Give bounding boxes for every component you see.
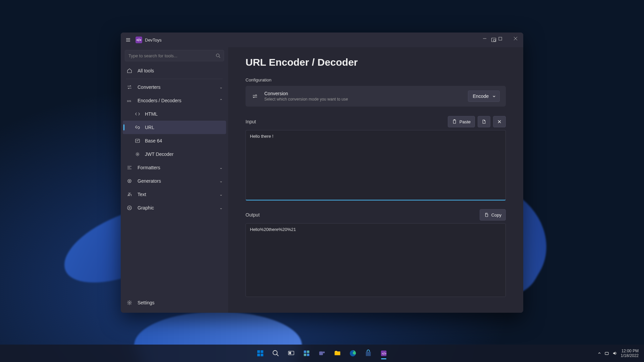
tray-volume-icon[interactable] <box>612 351 618 356</box>
chevron-down-icon: ⌄ <box>219 85 223 89</box>
taskbar-store-button[interactable] <box>362 347 375 360</box>
svg-point-26 <box>323 352 325 354</box>
paste-label: Paste <box>460 119 471 124</box>
sidebar-item-label: URL <box>145 125 223 130</box>
svg-rect-17 <box>261 354 263 356</box>
app-logo-icon: </> <box>136 37 142 43</box>
taskbar-widgets-button[interactable] <box>300 347 313 360</box>
output-label: Output <box>246 212 260 218</box>
align-icon <box>126 165 133 170</box>
taskbar-devtoys-button[interactable]: </> <box>377 347 390 360</box>
titlebar: </> DevToys <box>121 33 523 47</box>
taskbar-edge-button[interactable] <box>346 347 360 360</box>
main-content: URL Encoder / Decoder Configuration Conv… <box>228 47 523 313</box>
convert-icon <box>126 84 133 90</box>
taskbar-explorer-button[interactable] <box>331 347 344 360</box>
taskbar-start-button[interactable] <box>254 347 267 360</box>
svg-text:101: 101 <box>127 100 131 103</box>
swap-icon <box>252 93 258 100</box>
chevron-down-icon: ⌄ <box>219 179 223 183</box>
svg-point-9 <box>129 207 130 208</box>
svg-point-10 <box>129 302 130 303</box>
app-title: DevToys <box>145 38 162 43</box>
search-box[interactable] <box>125 50 224 61</box>
sidebar-item-label: Settings <box>138 300 223 305</box>
sidebar-item-label: All tools <box>138 68 223 73</box>
svg-rect-20 <box>289 352 291 354</box>
dropdown-value: Encode <box>473 94 489 99</box>
hamburger-button[interactable] <box>123 35 133 45</box>
tray-date: 1/18/2022 <box>621 353 639 358</box>
sidebar-item-text[interactable]: Text ⌄ <box>123 188 226 201</box>
tray-network-icon[interactable] <box>604 351 609 356</box>
svg-rect-24 <box>307 354 309 356</box>
output-textarea[interactable] <box>246 223 506 297</box>
sidebar-item-label: Formatters <box>138 165 219 170</box>
chevron-up-icon: ⌃ <box>219 98 223 103</box>
settings-icon <box>126 300 133 305</box>
svg-point-8 <box>127 206 131 210</box>
sidebar-item-converters[interactable]: Converters ⌄ <box>123 80 226 94</box>
binary-icon: 101 <box>126 98 133 103</box>
sidebar-item-label: Graphic <box>138 205 219 210</box>
open-file-button[interactable] <box>478 116 490 127</box>
svg-rect-25 <box>319 352 323 355</box>
sidebar-item-jwt[interactable]: JWT Decoder <box>123 147 226 161</box>
image-icon <box>126 205 133 210</box>
sparkle-icon <box>126 178 133 184</box>
code-icon <box>134 111 141 117</box>
sidebar-item-settings[interactable]: Settings <box>123 296 226 309</box>
svg-point-6 <box>137 154 138 155</box>
copy-icon <box>484 213 489 217</box>
sidebar-item-encoders[interactable]: 101 Encoders / Decoders ⌃ <box>123 94 226 107</box>
sidebar-item-label: Converters <box>138 84 219 90</box>
svg-rect-11 <box>453 120 455 124</box>
svg-rect-13 <box>485 214 488 217</box>
sidebar-item-url[interactable]: URL <box>123 121 226 134</box>
sidebar-item-label: JWT Decoder <box>145 152 223 157</box>
sidebar-item-html[interactable]: HTML <box>123 107 226 121</box>
minimize-button[interactable] <box>477 33 492 45</box>
tray-time: 12:00 PM <box>621 349 639 353</box>
search-icon <box>216 53 220 58</box>
svg-rect-29 <box>366 352 371 356</box>
tray-chevron-icon[interactable] <box>597 351 601 355</box>
tray-clock[interactable]: 12:00 PM 1/18/2022 <box>621 349 641 358</box>
conversion-mode-dropdown[interactable]: Encode <box>468 90 500 102</box>
sidebar-item-base64[interactable]: Base 64 <box>123 134 226 147</box>
base64-icon <box>134 138 141 143</box>
svg-point-3 <box>216 54 219 57</box>
svg-rect-2 <box>499 37 502 40</box>
copy-label: Copy <box>491 213 501 218</box>
sidebar-item-generators[interactable]: Generators ⌄ <box>123 174 226 188</box>
taskbar-search-button[interactable] <box>269 347 282 360</box>
sidebar-item-graphic[interactable]: Graphic ⌄ <box>123 201 226 215</box>
paste-button[interactable]: Paste <box>448 116 475 127</box>
sidebar-item-all-tools[interactable]: All tools <box>123 64 226 77</box>
taskbar: </> 12:00 PM 1/18/2022 <box>0 345 644 362</box>
input-textarea[interactable] <box>246 130 506 200</box>
svg-text:</>: </> <box>382 352 386 355</box>
config-description: Select which conversion mode you want to… <box>264 97 468 102</box>
copy-button[interactable]: Copy <box>480 209 506 221</box>
taskbar-taskview-button[interactable] <box>284 347 298 360</box>
svg-rect-15 <box>261 350 263 353</box>
clear-button[interactable] <box>493 116 506 127</box>
config-section-label: Configuration <box>246 77 506 82</box>
close-button[interactable] <box>508 33 523 45</box>
svg-rect-27 <box>335 352 340 355</box>
config-card: Conversion Select which conversion mode … <box>246 86 506 107</box>
gear-icon <box>134 152 141 157</box>
close-icon <box>497 119 502 124</box>
chevron-down-icon <box>492 94 496 98</box>
taskbar-teams-button[interactable] <box>315 347 329 360</box>
search-input[interactable] <box>128 53 216 58</box>
svg-point-18 <box>273 351 277 355</box>
sidebar: All tools Converters ⌄ 101 Encoders / De… <box>121 47 228 313</box>
sidebar-item-label: Encoders / Decoders <box>138 98 219 103</box>
maximize-button[interactable] <box>492 33 508 45</box>
svg-rect-32 <box>605 352 608 355</box>
chevron-down-icon: ⌄ <box>219 205 223 210</box>
sidebar-item-formatters[interactable]: Formatters ⌄ <box>123 161 226 174</box>
config-title: Conversion <box>264 91 468 96</box>
